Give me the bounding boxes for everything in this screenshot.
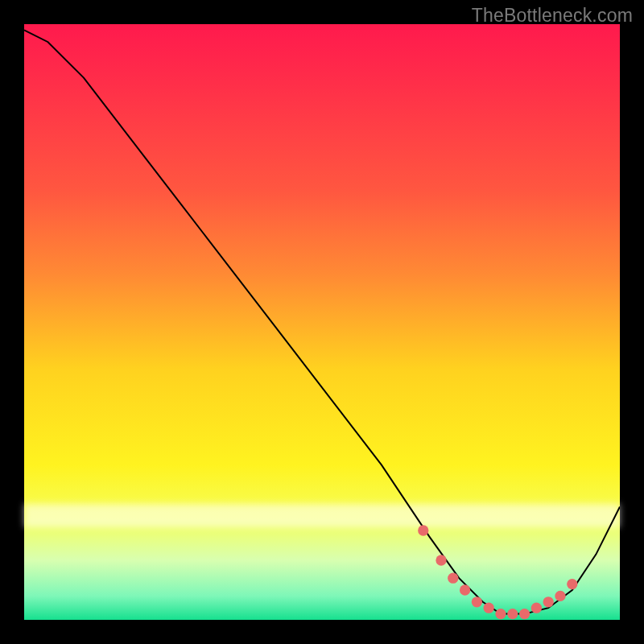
plot-area bbox=[24, 24, 620, 620]
curve-layer bbox=[24, 30, 620, 613]
marker-point bbox=[436, 555, 446, 565]
marker-point bbox=[472, 597, 482, 607]
marker-point bbox=[567, 579, 577, 589]
marker-point bbox=[555, 591, 565, 601]
marker-point bbox=[495, 609, 506, 619]
marker-point bbox=[484, 603, 494, 613]
marker-point bbox=[543, 597, 554, 607]
marker-point bbox=[460, 584, 470, 595]
watermark-text: TheBottleneck.com bbox=[472, 5, 633, 27]
chart-frame: TheBottleneck.com bbox=[0, 0, 644, 644]
marker-point bbox=[448, 573, 458, 584]
marker-point bbox=[507, 609, 518, 619]
marker-point bbox=[418, 525, 428, 535]
bottleneck-curve bbox=[24, 30, 620, 613]
marker-point bbox=[531, 603, 542, 613]
chart-svg bbox=[24, 24, 620, 620]
marker-point bbox=[519, 609, 530, 619]
marker-layer bbox=[418, 525, 577, 619]
